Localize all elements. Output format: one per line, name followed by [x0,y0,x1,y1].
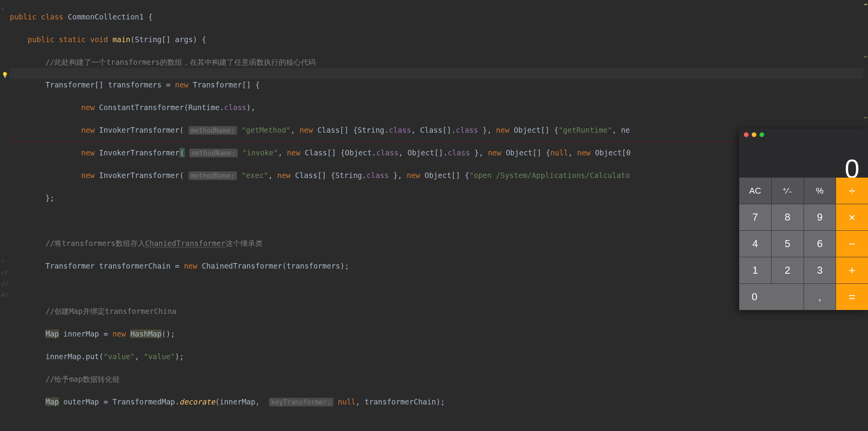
code-line [10,419,868,430]
code-line: Map outerMap = TransformedMap.decorate(i… [10,396,868,408]
code-line: //给予map数据转化链 [10,374,868,385]
warning-mark-icon[interactable] [864,4,867,5]
code-line: innerMap.put("value", "value"); [10,351,868,362]
code-editor[interactable]: public class CommonCollection1 { public … [0,0,868,431]
digit-3-button[interactable]: 3 [804,257,836,283]
digit-9-button[interactable]: 9 [804,204,836,230]
code-line: public static void main(String[] args) { [10,34,868,45]
code-line: public class CommonCollection1 { [10,11,868,23]
calculator-titlebar[interactable] [739,129,868,141]
add-button[interactable]: + [836,257,868,283]
calculator-display: 0 [739,141,868,178]
ac-button[interactable]: AC [739,178,771,204]
digit-0-button[interactable]: 0 [739,284,804,310]
code-line: Map innerMap = new HashMap(); [10,328,868,340]
digit-2-button[interactable]: 2 [772,257,804,283]
param-hint: keyTransformer: [269,398,334,406]
code-line: Transformer[] transformers = new Transfo… [10,79,868,91]
warning-mark-icon[interactable] [864,117,867,118]
subtract-button[interactable]: − [836,231,868,257]
divide-button[interactable]: ÷ [836,178,868,204]
calculator-window[interactable]: 0 AC ⁺∕₋ % ÷ 7 8 9 × 4 5 6 − 1 2 3 + 0 ,… [739,129,868,310]
equals-button[interactable]: = [836,284,868,310]
calculator-keypad: AC ⁺∕₋ % ÷ 7 8 9 × 4 5 6 − 1 2 3 + 0 , = [739,178,868,310]
warning-mark-icon[interactable] [864,56,867,57]
digit-1-button[interactable]: 1 [739,257,771,283]
code-line: new ConstantTransformer(Runtime.class), [10,102,868,113]
digit-6-button[interactable]: 6 [804,231,836,257]
param-hint: methodName: [189,149,238,157]
digit-4-button[interactable]: 4 [739,231,771,257]
multiply-button[interactable]: × [836,204,868,230]
code-line: //此处构建了一个transformers的数组，在其中构建了任意函数执行的核心… [10,57,868,68]
sign-button[interactable]: ⁺∕₋ [772,178,804,204]
digit-7-button[interactable]: 7 [739,204,771,230]
digit-8-button[interactable]: 8 [772,204,804,230]
maximize-icon[interactable] [760,132,764,137]
digit-5-button[interactable]: 5 [772,231,804,257]
percent-button[interactable]: % [804,178,836,204]
minimize-icon[interactable] [752,132,756,137]
param-hint: methodName: [189,126,237,135]
param-hint: methodName: [189,171,237,180]
close-icon[interactable] [744,132,749,137]
decimal-button[interactable]: , [804,284,836,310]
